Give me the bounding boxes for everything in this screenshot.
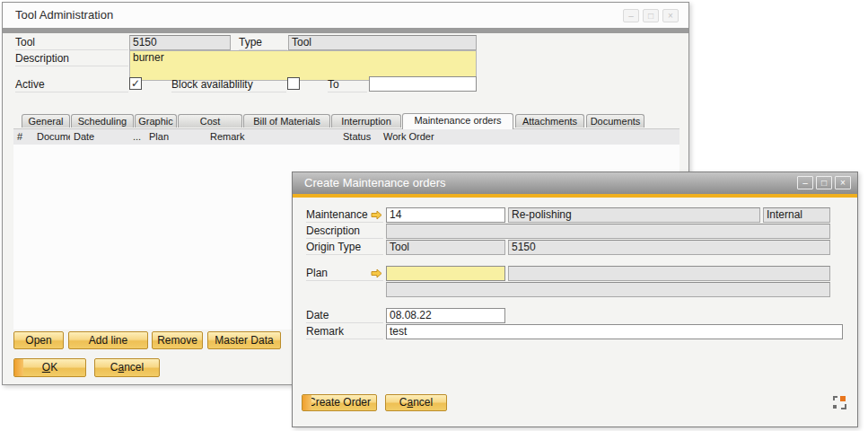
column-header-plan[interactable]: Plan [145, 129, 206, 145]
dialog-description-field [386, 224, 830, 239]
window-title: Tool Administration [15, 8, 113, 22]
active-label: Active [15, 78, 128, 92]
remark-field[interactable]: test [386, 324, 843, 339]
tab-general[interactable]: General [22, 114, 70, 128]
orders-table-header[interactable]: # Document Date ... Plan Remark Status W… [13, 128, 679, 145]
dialog-window-controls: – □ × [797, 176, 851, 189]
remark-label: Remark [306, 325, 383, 339]
date-dropdown[interactable]: 08.08.22 [386, 308, 505, 323]
block-availability-checkbox[interactable] [287, 77, 300, 90]
link-arrow-icon[interactable] [371, 268, 382, 278]
dialog-cancel-button[interactable]: Cancel [385, 394, 447, 411]
ok-button[interactable]: OK [13, 358, 86, 377]
tab-graphic[interactable]: Graphic [135, 114, 177, 128]
column-header-number[interactable]: # [13, 129, 33, 145]
block-availability-label: Block availablility [171, 78, 286, 92]
dialog-title: Create Maintenance orders [304, 176, 446, 189]
link-arrow-icon[interactable] [371, 210, 382, 220]
tab-documents[interactable]: Documents [586, 114, 644, 128]
tab-cost[interactable]: Cost [178, 114, 242, 128]
active-checkbox[interactable]: ✓ [129, 77, 142, 90]
tab-strip: General Scheduling Graphic Cost Bill of … [3, 113, 688, 128]
window-controls: – □ × [623, 9, 679, 22]
type-label: Type [239, 36, 287, 50]
cancel-button[interactable]: Cancel [94, 358, 160, 377]
add-line-button[interactable]: Add line [68, 331, 148, 349]
title-bar[interactable]: Tool Administration – □ × [3, 3, 688, 28]
maintenance-description-field: Re-polishing [508, 207, 760, 223]
origin-code-field: 5150 [508, 240, 830, 255]
tab-attachments[interactable]: Attachments [515, 114, 584, 128]
minimize-icon[interactable]: – [797, 176, 813, 189]
create-maintenance-orders-dialog: Create Maintenance orders – □ × Maintena… [292, 172, 858, 427]
create-order-button[interactable]: Create Order [302, 394, 377, 411]
plan-dropdown[interactable] [386, 266, 505, 281]
to-label: To [328, 78, 367, 92]
accent-bar [293, 194, 857, 198]
dialog-title-bar[interactable]: Create Maintenance orders – □ × [293, 172, 857, 194]
column-header-document[interactable]: Document [33, 129, 70, 145]
column-header-status[interactable]: Status [339, 129, 380, 145]
close-icon[interactable]: × [835, 176, 851, 189]
plan-extra-field [386, 282, 830, 297]
maintenance-dropdown[interactable]: 14 [386, 207, 505, 223]
resize-grip-icon[interactable] [833, 396, 846, 409]
tab-bill-of-materials[interactable]: Bill of Materials [243, 114, 330, 128]
column-header-work-order[interactable]: Work Order [380, 129, 679, 145]
column-header-date[interactable]: Date [70, 129, 129, 145]
remove-button[interactable]: Remove [152, 331, 203, 349]
titlebar-separator [3, 28, 688, 33]
tool-label: Tool [15, 36, 128, 50]
tab-maintenance-orders[interactable]: Maintenance orders [402, 113, 513, 129]
master-data-button[interactable]: Master Data [207, 331, 281, 349]
to-dropdown[interactable] [369, 76, 477, 92]
column-header-ellipsis[interactable]: ... [129, 129, 145, 145]
plan-description-field [508, 266, 830, 281]
tool-field[interactable]: 5150 [129, 35, 231, 50]
checkmark-icon: ✓ [131, 77, 140, 90]
origin-type-field: Tool [386, 240, 505, 255]
close-icon[interactable]: × [662, 9, 679, 22]
tab-scheduling[interactable]: Scheduling [71, 114, 134, 128]
minimize-icon[interactable]: – [623, 9, 639, 22]
maximize-icon[interactable]: □ [816, 176, 832, 189]
dialog-description-label: Description [306, 224, 383, 239]
type-field[interactable]: Tool [288, 35, 477, 50]
origin-type-label: Origin Type [306, 241, 383, 255]
column-header-remark[interactable]: Remark [206, 129, 339, 145]
maintenance-type-field: Internal [763, 207, 830, 223]
description-label: Description [15, 52, 128, 66]
tab-interruption[interactable]: Interruption [331, 114, 401, 128]
open-button[interactable]: Open [13, 331, 64, 349]
maximize-icon[interactable]: □ [643, 9, 659, 22]
date-label: Date [306, 309, 383, 323]
